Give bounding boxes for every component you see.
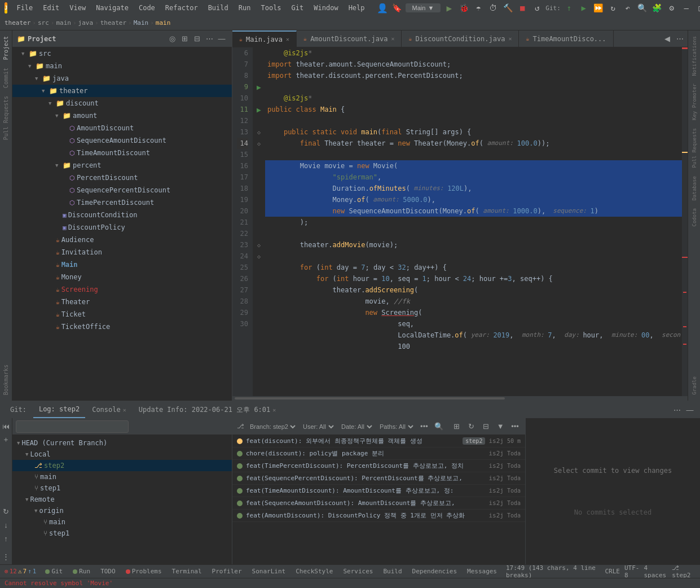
bottom-tab-update-info[interactable]: Update Info: 2022-06-21 오후 6:01 ✕ [133, 401, 282, 418]
tree-item-PercentDiscount[interactable]: ⬡ PercentDiscount [12, 172, 232, 184]
right-panel-notifications[interactable]: Notifications [690, 33, 698, 79]
console-close-icon[interactable]: ✕ [123, 407, 126, 413]
git-branch-main[interactable]: ⑂ main [12, 471, 232, 482]
tree-item-percent[interactable]: ▼ 📁 percent [12, 159, 232, 172]
breadcrumb-main-dir[interactable]: main [56, 19, 71, 27]
tree-item-DiscountPolicy[interactable]: ▣ DiscountPolicy [12, 221, 232, 234]
tab-discount-condition[interactable]: ☕ DiscountCondition.java ✕ [402, 30, 519, 47]
debug-button[interactable]: 🐞 [457, 2, 470, 14]
menu-run[interactable]: Run [234, 3, 256, 13]
maximize-button[interactable]: □ [695, 2, 700, 14]
scroll-tabs-left-btn[interactable]: ◀ [662, 33, 673, 45]
status-tab-build[interactable]: Build [378, 565, 406, 578]
gutter-9[interactable]: ▶ [253, 81, 265, 93]
git-remote-section[interactable]: ▼ Remote [12, 494, 232, 505]
bottom-tab-log-step2[interactable]: Log: step2 [33, 401, 85, 418]
status-encoding[interactable]: CRLE [605, 568, 620, 575]
tree-item-TicketOffice[interactable]: ☕ TicketOffice [12, 321, 232, 333]
vcs-icon[interactable]: 👤 [376, 2, 389, 14]
grid-view-btn[interactable]: ⊟ [480, 421, 491, 432]
menu-code[interactable]: Code [134, 3, 160, 13]
date-filter[interactable]: Date: All [339, 423, 374, 431]
tree-item-Main[interactable]: ☕ Main [12, 258, 232, 271]
tab-main-java[interactable]: ☕ Main.java ✕ [232, 30, 297, 47]
run-config-dropdown[interactable]: Main ▼ [406, 3, 441, 12]
bottom-close-btn[interactable]: — [684, 404, 695, 415]
menu-edit[interactable]: Edit [38, 3, 64, 13]
locate-file-btn[interactable]: ◎ [166, 33, 178, 45]
git-branch-status[interactable]: ⎇ step2 [672, 564, 695, 579]
commit-item-1[interactable]: chore(discount): policy별 package 분리 is2j… [232, 447, 525, 460]
search-everywhere-icon[interactable]: 🔍 [636, 2, 649, 14]
push-btn[interactable]: ↑ [1, 533, 12, 544]
tree-item-Audience[interactable]: ☕ Audience [12, 234, 232, 246]
commit-item-6[interactable]: feat(AmountDiscount): DiscountPolicy 정책 … [232, 510, 525, 522]
status-tab-checkstyle[interactable]: CheckStyle [291, 565, 337, 578]
bottom-tab-console[interactable]: Console ✕ [86, 401, 132, 418]
commit-item-5[interactable]: feat(SequenceAmountDiscount): AmountDisc… [232, 497, 525, 510]
status-tab-dependencies[interactable]: Dependencies [408, 565, 461, 578]
left-panel-project[interactable]: Project [2, 33, 10, 63]
tree-item-amount[interactable]: ▼ 📁 amount [12, 109, 232, 122]
tree-item-discount[interactable]: ▼ 📁 discount [12, 97, 232, 109]
tab-time-amount[interactable]: ☕ TimeAmountDisco... [519, 30, 613, 47]
bookmark-icon[interactable]: 🔖 [391, 2, 403, 14]
tab-settings-btn[interactable]: ⋯ [674, 33, 685, 45]
breadcrumb-theater[interactable]: theater [5, 19, 30, 27]
columns-btn[interactable]: ⊞ [451, 421, 463, 432]
more-filters-btn[interactable]: ••• [419, 421, 430, 432]
tree-item-SequencePercentDiscount[interactable]: ⬡ SequencePercentDiscount [12, 184, 232, 196]
tree-item-java[interactable]: ▼ 📁 java [12, 72, 232, 85]
update-project-icon[interactable]: ↻ [607, 2, 619, 14]
settings-icon[interactable]: ⚙ [666, 2, 678, 14]
status-line-sep[interactable]: UTF-8 [624, 564, 640, 579]
commit-item-2[interactable]: feat(TimePercentDiscount): PercentDiscou… [232, 460, 525, 472]
status-indent[interactable]: 4 spaces [644, 564, 667, 579]
status-tab-run[interactable]: Run [68, 565, 95, 578]
bottom-tab-git-label[interactable]: Git: [5, 401, 32, 418]
status-tab-todo[interactable]: TODO [96, 565, 120, 578]
pull-btn[interactable]: ↓ [1, 519, 12, 530]
status-tab-profiler[interactable]: Profiler [208, 565, 246, 578]
breadcrumb-theater2[interactable]: theater [100, 19, 126, 27]
update-info-close-icon[interactable]: ✕ [272, 407, 276, 413]
menu-help[interactable]: Help [344, 3, 369, 13]
stop-button[interactable]: ■ [516, 2, 529, 14]
branch-filter[interactable]: Branch: step2 [248, 423, 297, 431]
status-tab-git[interactable]: Git [41, 565, 67, 578]
tree-item-Ticket[interactable]: ☕ Ticket [12, 308, 232, 321]
git-origin-main[interactable]: ⑂ main [12, 516, 232, 528]
goto-first-btn[interactable]: ⏮ [1, 420, 12, 432]
git-search-input[interactable] [16, 420, 129, 433]
tree-item-AmountDiscount[interactable]: ⬡ AmountDiscount [12, 122, 232, 134]
tree-item-Invitation[interactable]: ☕ Invitation [12, 246, 232, 258]
collapse-all-btn[interactable]: ⊟ [191, 33, 202, 45]
right-panel-gradle[interactable]: Gradle [690, 373, 698, 398]
git-branch-step2[interactable]: ⎇ step2 [12, 460, 232, 471]
status-tab-messages[interactable]: Messages [463, 565, 501, 578]
menu-refactor[interactable]: Refactor [161, 3, 202, 13]
breadcrumb-main-file[interactable]: Main [134, 19, 149, 27]
panel-minimize-btn[interactable]: — [216, 33, 227, 45]
left-panel-commit[interactable]: Commit [2, 64, 10, 91]
menu-build[interactable]: Build [204, 3, 233, 13]
horizontal-scrollbar[interactable] [232, 396, 688, 401]
menu-window[interactable]: Window [309, 3, 342, 13]
menu-navigate[interactable]: Navigate [91, 3, 133, 13]
git-head-item[interactable]: ▼ HEAD (Current Branch) [12, 437, 232, 449]
user-filter[interactable]: User: All [301, 423, 336, 431]
tree-item-TimePercentDiscount[interactable]: ⬡ TimePercentDiscount [12, 196, 232, 209]
git-origin-step1[interactable]: ⑂ step1 [12, 528, 232, 539]
tree-item-Screening[interactable]: ☕ Screening [12, 283, 232, 296]
git-branch-step1[interactable]: ⑂ step1 [12, 482, 232, 494]
bottom-settings-btn[interactable]: ⋯ [671, 404, 683, 415]
tab-amount-discount[interactable]: ☕ AmountDiscount.java ✕ [297, 30, 402, 47]
tree-item-Theater[interactable]: ☕ Theater [12, 296, 232, 308]
fetch-btn[interactable]: ↻ [1, 506, 12, 517]
git-run-icon[interactable]: ▶ [578, 2, 590, 14]
right-panel-database[interactable]: Database [690, 173, 698, 204]
profile-button[interactable]: ⏱ [487, 2, 499, 14]
run-button[interactable]: ▶ [443, 2, 455, 14]
rerun-button[interactable]: ↺ [531, 2, 543, 14]
run-gutter-icon-2[interactable]: ▶ [257, 106, 261, 114]
